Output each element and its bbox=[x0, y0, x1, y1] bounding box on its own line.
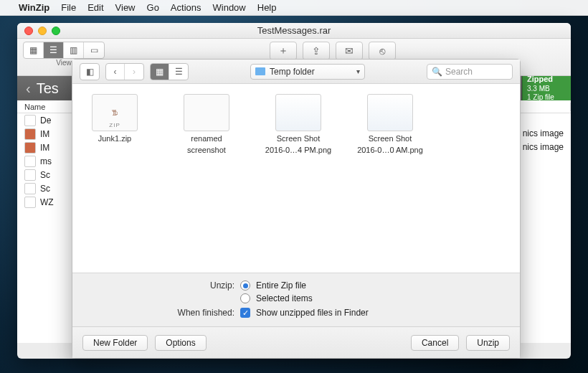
zipped-size: 3.3 MB bbox=[527, 85, 566, 93]
chevron-updown-icon: ▾ bbox=[356, 67, 360, 75]
window-titlebar[interactable]: TestMessages.rar bbox=[17, 23, 571, 39]
list-view-icon[interactable]: ☰ bbox=[169, 64, 188, 80]
browser-item[interactable]: Screen Shot 2016-0…4 PM.png bbox=[259, 94, 338, 154]
cancel-button[interactable]: Cancel bbox=[411, 335, 459, 351]
browser-item[interactable]: Screen Shot 2016-0…0 AM.png bbox=[351, 94, 430, 154]
view-list-icon[interactable]: ☰ bbox=[44, 42, 64, 58]
macos-menubar: WinZip File Edit View Go Actions Window … bbox=[0, 0, 588, 16]
add-button[interactable]: ＋ bbox=[270, 42, 297, 60]
new-folder-button[interactable]: New Folder bbox=[82, 335, 148, 351]
view-icons-icon[interactable]: ▦ bbox=[24, 42, 44, 58]
search-placeholder: Search bbox=[445, 67, 473, 77]
file-icon bbox=[24, 183, 36, 194]
zip-file-icon: 🗜 bbox=[92, 94, 138, 131]
unzip-button[interactable]: ⇪ bbox=[303, 42, 330, 60]
sheet-toolbar: ◧ ‹ › ▦ ☰ Temp folder ▾ 🔍 Search bbox=[72, 60, 520, 84]
menu-view[interactable]: View bbox=[115, 2, 136, 13]
checkbox-show-in-finder-label: Show unzipped files in Finder bbox=[256, 308, 369, 318]
when-finished-label: When finished: bbox=[84, 308, 234, 318]
unzip-confirm-button[interactable]: Unzip bbox=[466, 335, 510, 351]
radio-selected-items[interactable] bbox=[240, 293, 250, 303]
forward-button[interactable]: › bbox=[125, 64, 143, 80]
zipped-count: 1 Zip file bbox=[527, 93, 566, 102]
file-icon bbox=[24, 156, 36, 167]
file-icon bbox=[24, 115, 36, 126]
menu-actions[interactable]: Actions bbox=[171, 2, 201, 13]
unzip-sheet: ◧ ‹ › ▦ ☰ Temp folder ▾ 🔍 Search 🗜 Junk1… bbox=[72, 59, 521, 359]
view-mode-segmented[interactable]: ▦ ☰ ▥ ▭ bbox=[23, 42, 105, 59]
app-menu[interactable]: WinZip bbox=[19, 2, 49, 13]
image-icon bbox=[24, 142, 36, 154]
menu-window[interactable]: Window bbox=[213, 2, 246, 13]
menu-edit[interactable]: Edit bbox=[87, 2, 103, 13]
browser-item[interactable]: renamed screenshot bbox=[167, 94, 246, 154]
radio-entire-zip[interactable] bbox=[240, 280, 250, 291]
back-button[interactable]: ‹ bbox=[106, 64, 125, 80]
icon-view-icon[interactable]: ▦ bbox=[151, 64, 169, 80]
sidebar-toggle[interactable]: ◧ bbox=[80, 63, 100, 80]
file-icon bbox=[184, 94, 229, 131]
menu-go[interactable]: Go bbox=[147, 2, 159, 13]
file-icon bbox=[24, 197, 36, 208]
email-button[interactable]: ✉ bbox=[336, 42, 363, 60]
window-title: TestMessages.rar bbox=[17, 25, 571, 36]
sidebar-icon[interactable]: ◧ bbox=[80, 64, 99, 80]
view-gallery-icon[interactable]: ▭ bbox=[84, 42, 104, 58]
sheet-footer: New Folder Options Cancel Unzip bbox=[72, 326, 520, 358]
nav-controls[interactable]: ‹ › bbox=[105, 63, 144, 80]
kind-column-peek: nics image nics image bbox=[523, 126, 564, 154]
options-button[interactable]: Options bbox=[155, 335, 206, 351]
checkbox-show-in-finder[interactable]: ✓ bbox=[240, 308, 250, 318]
radio-selected-items-label: Selected items bbox=[256, 293, 313, 303]
location-name: Temp folder bbox=[270, 67, 315, 77]
zipped-label: Zipped bbox=[527, 75, 566, 84]
archive-title: Tes bbox=[37, 80, 59, 97]
radio-entire-zip-label: Entire Zip file bbox=[256, 280, 306, 291]
folder-icon bbox=[255, 67, 265, 75]
file-browser[interactable]: 🗜 Junk1.zip renamed screenshot Screen Sh… bbox=[72, 84, 520, 273]
menu-file[interactable]: File bbox=[61, 2, 76, 13]
browser-item[interactable]: 🗜 Junk1.zip bbox=[75, 94, 154, 143]
back-chevron-icon[interactable]: ‹ bbox=[26, 80, 31, 97]
image-icon bbox=[24, 128, 36, 140]
view-label: View bbox=[56, 59, 72, 67]
search-input[interactable]: 🔍 Search bbox=[427, 64, 513, 80]
menu-help[interactable]: Help bbox=[257, 2, 277, 13]
unzip-options: Unzip: Entire Zip file Selected items Wh… bbox=[72, 273, 520, 326]
location-popup[interactable]: Temp folder ▾ bbox=[250, 64, 365, 80]
screenshot-icon bbox=[275, 94, 321, 131]
file-icon bbox=[24, 169, 36, 181]
unzip-mode-label: Unzip: bbox=[84, 280, 234, 291]
screenshot-icon bbox=[367, 94, 413, 131]
zipped-panel[interactable]: Zipped 3.3 MB 1 Zip file bbox=[522, 76, 571, 100]
search-icon: 🔍 bbox=[432, 67, 442, 77]
view-columns-icon[interactable]: ▥ bbox=[64, 42, 84, 58]
browser-view-segmented[interactable]: ▦ ☰ bbox=[150, 63, 189, 80]
share-button[interactable]: ⎋ bbox=[369, 42, 396, 60]
